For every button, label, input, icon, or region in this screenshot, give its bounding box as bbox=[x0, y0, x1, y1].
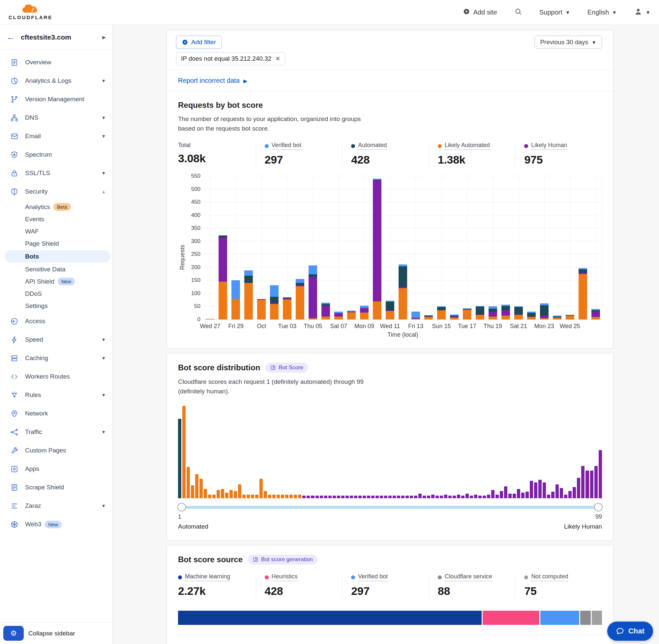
stat-label[interactable]: Likely Human bbox=[524, 142, 567, 150]
search-button[interactable] bbox=[514, 7, 522, 17]
histogram-bar[interactable] bbox=[234, 491, 237, 498]
sidebar-item-analytics[interactable]: AnalyticsBeta bbox=[0, 201, 112, 213]
support-menu[interactable]: Support ▼ bbox=[539, 8, 570, 16]
histogram-bar[interactable] bbox=[389, 496, 392, 498]
histogram-bar[interactable] bbox=[530, 481, 533, 498]
bar-stack[interactable] bbox=[347, 310, 356, 320]
histogram-bar[interactable] bbox=[191, 485, 194, 498]
bar-stack[interactable] bbox=[553, 316, 561, 320]
histogram-bar[interactable] bbox=[440, 496, 443, 498]
histogram-bar[interactable] bbox=[212, 495, 216, 498]
histogram-bar[interactable] bbox=[302, 496, 306, 498]
histogram-bar[interactable] bbox=[551, 492, 555, 498]
histogram-bar[interactable] bbox=[324, 496, 327, 498]
histogram-bar[interactable] bbox=[298, 495, 301, 498]
bar-stack[interactable] bbox=[579, 268, 587, 320]
report-incorrect-data-link[interactable]: Report incorrect data ▶ bbox=[178, 77, 247, 84]
stat-label[interactable]: Verified bot bbox=[351, 573, 388, 581]
histogram-bar[interactable] bbox=[311, 496, 314, 498]
bar-stack[interactable] bbox=[424, 315, 433, 320]
filter-chip[interactable]: IP does not equal 35.212.240.32 ✕ bbox=[176, 52, 285, 65]
sidebar-item-waf[interactable]: WAF bbox=[0, 225, 112, 237]
stat-label[interactable]: Verified bot bbox=[265, 142, 301, 150]
histogram-bar[interactable] bbox=[487, 495, 490, 498]
histogram-bar[interactable] bbox=[457, 495, 460, 498]
histogram-bar[interactable] bbox=[376, 496, 379, 498]
histogram-bar[interactable] bbox=[182, 406, 186, 498]
bar-stack[interactable] bbox=[450, 315, 458, 320]
histogram-bar[interactable] bbox=[517, 489, 520, 498]
sidebar-item-access[interactable]: Access bbox=[0, 312, 112, 330]
bar-stack[interactable] bbox=[399, 264, 407, 320]
bar-stack[interactable] bbox=[334, 312, 343, 320]
stat-label[interactable]: Cloudflare service bbox=[438, 573, 492, 581]
sidebar-item-security[interactable]: Security▲ bbox=[0, 182, 112, 201]
sidebar-item-page-shield[interactable]: Page Shield bbox=[0, 237, 112, 250]
sidebar-item-dns[interactable]: DNS▼ bbox=[0, 109, 112, 127]
histogram-bar[interactable] bbox=[354, 496, 357, 498]
sidebar-item-overview[interactable]: Overview bbox=[0, 53, 112, 72]
histogram-bar[interactable] bbox=[436, 496, 439, 498]
bar-stack[interactable] bbox=[231, 280, 240, 320]
histogram-bar[interactable] bbox=[564, 495, 567, 498]
histogram-bar[interactable] bbox=[384, 496, 387, 498]
sidebar-item-apps[interactable]: Apps bbox=[0, 460, 112, 478]
sidebar-item-ssl-tls[interactable]: SSL/TLS▼ bbox=[0, 164, 112, 182]
histogram-bar[interactable] bbox=[320, 496, 323, 498]
histogram-bar[interactable] bbox=[410, 496, 413, 498]
histogram-bar[interactable] bbox=[281, 495, 284, 498]
histogram-bar[interactable] bbox=[547, 495, 550, 498]
sidebar-item-bots[interactable]: Bots bbox=[5, 250, 111, 262]
histogram-bar[interactable] bbox=[513, 493, 516, 498]
histogram-bar[interactable] bbox=[393, 496, 396, 498]
sidebar-item-speed[interactable]: Speed▼ bbox=[0, 330, 112, 349]
histogram-bar[interactable] bbox=[534, 482, 537, 498]
stat-label[interactable]: Likely Automated bbox=[438, 142, 490, 150]
histogram-bar[interactable] bbox=[521, 493, 524, 498]
histogram-bar[interactable] bbox=[230, 490, 233, 498]
histogram-bar[interactable] bbox=[285, 495, 288, 498]
histogram-bar[interactable] bbox=[504, 486, 508, 498]
close-icon[interactable]: ✕ bbox=[275, 55, 280, 62]
bar-stack[interactable] bbox=[591, 309, 600, 320]
back-arrow-icon[interactable]: ← bbox=[6, 32, 15, 42]
histogram-bar[interactable] bbox=[195, 474, 198, 498]
histogram-bar[interactable] bbox=[525, 492, 529, 498]
histogram-bar[interactable] bbox=[238, 484, 241, 498]
sidebar-item-web3[interactable]: Web3New bbox=[0, 515, 112, 533]
histogram-bar[interactable] bbox=[178, 419, 181, 498]
add-site-button[interactable]: Add site bbox=[463, 8, 497, 17]
sidebar-item-zaraz[interactable]: Zaraz▼ bbox=[0, 497, 112, 515]
histogram-bar[interactable] bbox=[358, 496, 362, 498]
histogram-bar[interactable] bbox=[225, 493, 229, 498]
bar-stack[interactable] bbox=[218, 235, 227, 320]
sidebar-item-api-shield[interactable]: API ShieldNew bbox=[0, 275, 112, 288]
histogram-bar[interactable] bbox=[508, 493, 512, 498]
sidebar-item-caching[interactable]: Caching▼ bbox=[0, 349, 112, 367]
collapse-sidebar-button[interactable]: Collapse sidebar bbox=[28, 630, 75, 637]
chevron-right-icon[interactable]: ▶ bbox=[102, 34, 106, 40]
histogram-bar[interactable] bbox=[577, 478, 580, 498]
preferences-button[interactable]: ⚙ bbox=[3, 626, 24, 641]
histogram-bar[interactable] bbox=[495, 495, 499, 498]
slider-handle-max[interactable] bbox=[594, 503, 603, 511]
histogram-bar[interactable] bbox=[453, 496, 456, 498]
histogram-bar[interactable] bbox=[599, 450, 602, 498]
histogram-bar[interactable] bbox=[246, 495, 250, 498]
histogram-bar[interactable] bbox=[341, 496, 345, 498]
histogram-bar[interactable] bbox=[431, 495, 434, 498]
bar-stack[interactable] bbox=[489, 306, 497, 320]
histogram-bar[interactable] bbox=[346, 496, 349, 498]
slider-track[interactable] bbox=[178, 506, 602, 509]
bar-stack[interactable] bbox=[527, 312, 536, 320]
histogram-bar[interactable] bbox=[380, 496, 383, 498]
bar-stack[interactable] bbox=[309, 266, 317, 320]
histogram-bar[interactable] bbox=[491, 490, 494, 498]
histogram-bar[interactable] bbox=[187, 467, 190, 498]
sidebar-item-analytics-logs[interactable]: Analytics & Logs▼ bbox=[0, 72, 112, 90]
histogram-bar[interactable] bbox=[560, 488, 563, 498]
histogram-bar[interactable] bbox=[289, 495, 293, 498]
histogram-bar[interactable] bbox=[337, 496, 340, 498]
histogram-bar[interactable] bbox=[268, 495, 271, 498]
histogram-bar[interactable] bbox=[543, 482, 546, 498]
